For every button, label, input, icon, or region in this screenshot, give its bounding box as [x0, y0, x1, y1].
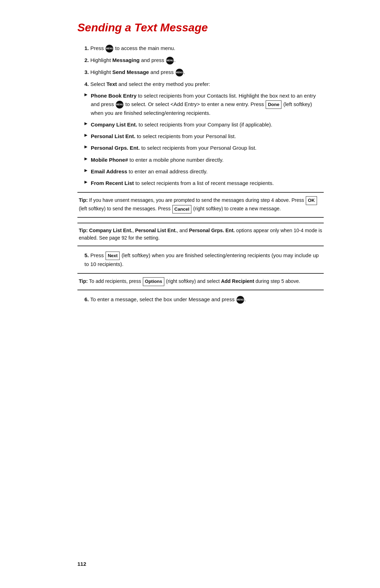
step-5: 5. Press Next (left softkey) when you ar… [77, 251, 324, 268]
bullet-email-label: Email Address [91, 168, 127, 174]
done-key: Done [266, 100, 281, 109]
tip-2-grps: Personal Grps. Ent. [189, 228, 235, 233]
tip-1-content: Tip: If you have unsent messages, you ar… [77, 196, 324, 213]
bullet-recent-list-label: From Recent List [91, 180, 134, 186]
bullet-company-list: Company List Ent. to select recipients f… [84, 120, 324, 129]
tip-box-1: Tip: If you have unsent messages, you ar… [77, 192, 324, 217]
tip-2-content: Tip: Company List Ent., Personal List En… [77, 227, 324, 242]
menu-ok-icon-4: MENUOK [116, 101, 124, 109]
step-4-text: Select Text and select the entry method … [90, 81, 210, 87]
bullet-phone-book-label: Phone Book Entry [91, 93, 137, 99]
bullet-recent-list: From Recent List to select recipients fr… [84, 179, 324, 187]
menu-ok-icon-3: MENUOK [176, 69, 183, 76]
cancel-key: Cancel [172, 205, 192, 213]
step-6-number: 6. [84, 296, 89, 302]
tip-2-sep1: , [132, 228, 135, 233]
tip-3-label: Tip: [79, 278, 88, 284]
tip-2-personal: Personal List Ent. [135, 228, 177, 233]
step-6: 6. To enter a message, select the box un… [77, 295, 324, 304]
bullet-personal-list-text: to select recipients from your Personal … [137, 133, 236, 139]
menu-ok-icon-1: MENUOK [106, 45, 113, 52]
bullet-mobile-phone-label: Mobile Phone# [91, 157, 128, 163]
step-1-text: Press MENUOK to access the main menu. [90, 45, 176, 51]
step-6-text: To enter a message, select the box under… [90, 296, 246, 302]
options-key: Options [143, 277, 164, 286]
bullet-personal-list-label: Personal List Ent. [91, 133, 135, 139]
bullet-recent-list-text: to select recipients from a list of rece… [135, 180, 274, 186]
bullet-email-text: to enter an email address directly. [129, 168, 208, 174]
tip-3-content: Tip: To add recipients, press Options (r… [77, 277, 324, 286]
bullet-personal-list: Personal List Ent. to select recipients … [84, 132, 324, 140]
bullet-company-list-label: Company List Ent. [91, 122, 137, 128]
step-3-number: 3. [84, 69, 89, 75]
tip-box-2: Tip: Company List Ent., Personal List En… [77, 223, 324, 246]
bullet-mobile-phone-text: to enter a mobile phone number directly. [129, 157, 223, 163]
step-4: 4. Select Text and select the entry meth… [77, 80, 324, 88]
bullet-personal-grps-text: to select recipients from your Personal … [141, 145, 256, 151]
step-5-text: Press Next (left softkey) when you are f… [84, 252, 319, 267]
tip-1-text: If you have unsent messages, you are pro… [79, 197, 317, 211]
page-number: 112 [77, 561, 86, 567]
step-3-text: Highlight Send Message and press MENUOK. [90, 69, 185, 75]
menu-ok-icon-5: MENUOK [236, 296, 244, 304]
tip-3-text: To add recipients, press Options (right … [89, 278, 300, 284]
step-2: 2. Highlight Messaging and press MENUOK. [77, 56, 324, 64]
step-5-number: 5. [84, 252, 89, 258]
bullet-mobile-phone: Mobile Phone# to enter a mobile phone nu… [84, 156, 324, 164]
bullet-personal-grps-label: Personal Grps. Ent. [91, 145, 140, 151]
tip-2-sep2: , and [177, 228, 189, 233]
tip-box-3: Tip: To add recipients, press Options (r… [77, 273, 324, 290]
step-4-number: 4. [84, 81, 89, 87]
menu-ok-icon-2: MENUOK [166, 57, 174, 64]
bullet-phone-book: Phone Book Entry to select recipients fr… [84, 92, 324, 117]
add-recipient-label: Add Recipient [221, 278, 254, 284]
entry-method-list: Phone Book Entry to select recipients fr… [84, 92, 324, 187]
step-1: 1. Press MENUOK to access the main menu. [77, 44, 324, 52]
next-key: Next [106, 252, 120, 260]
bullet-email: Email Address to enter an email address … [84, 167, 324, 175]
bullet-company-list-text: to select recipients from your Company l… [139, 122, 272, 128]
tip-1-label: Tip: [79, 197, 88, 203]
step-1-number: 1. [84, 45, 89, 51]
tip-2-company: Tip: Company List Ent. [79, 228, 132, 233]
main-content: Sending a Text Message 1. Press MENUOK t… [77, 21, 324, 304]
bullet-personal-grps: Personal Grps. Ent. to select recipients… [84, 144, 324, 152]
page-title: Sending a Text Message [77, 21, 324, 34]
step-3: 3. Highlight Send Message and press MENU… [77, 68, 324, 76]
step-2-text: Highlight Messaging and press MENUOK. [90, 57, 176, 63]
ok-key-1: OK [306, 196, 317, 205]
step-2-number: 2. [84, 57, 89, 63]
